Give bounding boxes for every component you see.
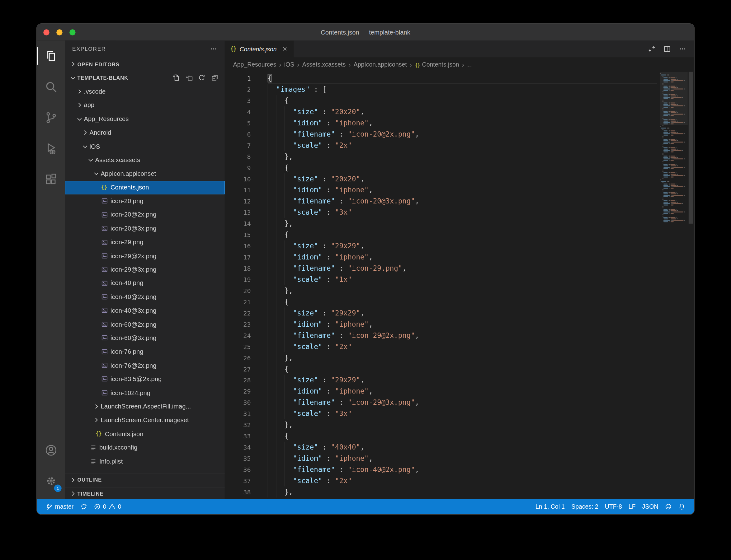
code-line-38[interactable]: 38 }, xyxy=(225,486,657,497)
tree-item-icon-29-2x-png[interactable]: icon-29@2x.png xyxy=(65,249,225,263)
code-line-17[interactable]: 17 "idiom" : "iphone", xyxy=(225,252,657,263)
tree-item-icon-40-png[interactable]: icon-40.png xyxy=(65,276,225,290)
code-line-15[interactable]: 15 { xyxy=(225,229,657,240)
more-button[interactable] xyxy=(679,45,686,53)
breadcrumb-appicon-appiconset[interactable]: AppIcon.appiconset xyxy=(354,61,407,68)
breadcrumb-ios[interactable]: iOS xyxy=(284,61,294,68)
code-line-11[interactable]: 11 "idiom" : "iphone", xyxy=(225,184,657,196)
code-line-32[interactable]: 32 }, xyxy=(225,419,657,431)
code-line-31[interactable]: 31 "scale" : "3x" xyxy=(225,408,657,419)
code-line-5[interactable]: 5 "idiom" : "iphone", xyxy=(225,117,657,128)
tree-item-app-resources[interactable]: App_Resources xyxy=(65,112,225,126)
code-line-14[interactable]: 14 }, xyxy=(225,218,657,229)
tree-item-build-xcconfig[interactable]: build.xcconfig xyxy=(65,441,225,455)
breadcrumb-app-resources[interactable]: App_Resources xyxy=(233,61,276,68)
code-line-12[interactable]: 12 "filename" : "icon-20@3x.png", xyxy=(225,196,657,207)
code-line-9[interactable]: 9 { xyxy=(225,162,657,173)
scrollbar-thumb[interactable] xyxy=(689,72,693,224)
code-line-16[interactable]: 16 "size" : "29x29", xyxy=(225,240,657,252)
code-line-26[interactable]: 26 }, xyxy=(225,352,657,363)
code-line-3[interactable]: 3 { xyxy=(225,95,657,106)
encoding-setting[interactable]: UTF-8 xyxy=(602,499,625,514)
editor-scrollbar[interactable] xyxy=(688,72,694,499)
code-line-2[interactable]: 2 "images" : [ xyxy=(225,84,657,95)
code-line-7[interactable]: 7 "scale" : "2x" xyxy=(225,140,657,151)
open-changes-button[interactable] xyxy=(648,45,656,53)
code-line-10[interactable]: 10 "size" : "20x20", xyxy=(225,173,657,184)
tree-item-icon-83-5-2x-png[interactable]: icon-83.5@2x.png xyxy=(65,372,225,386)
tree-item-contents-json[interactable]: {}Contents.json xyxy=(65,180,225,194)
new-file-button[interactable] xyxy=(172,74,180,82)
code-line-1[interactable]: 1{ xyxy=(225,73,657,84)
code-line-22[interactable]: 22 "size" : "29x29", xyxy=(225,307,657,319)
tree-item-icon-20-3x-png[interactable]: icon-20@3x.png xyxy=(65,222,225,235)
cursor-position[interactable]: Ln 1, Col 1 xyxy=(532,499,568,514)
split-editor-button[interactable] xyxy=(663,45,671,53)
tree-item-icon-20-2x-png[interactable]: icon-20@2x.png xyxy=(65,208,225,222)
activity-source-control-button[interactable] xyxy=(37,102,65,133)
breadcrumb-assets-xcassets[interactable]: Assets.xcassets xyxy=(302,61,346,68)
code-line-37[interactable]: 37 "scale" : "2x" xyxy=(225,475,657,486)
minimap[interactable] xyxy=(660,72,688,223)
outline-header[interactable]: OUTLINE xyxy=(65,473,225,487)
code-line-36[interactable]: 36 "filename" : "icon-40@2x.png", xyxy=(225,464,657,475)
tree-item-launchscreen-center-imageset[interactable]: LaunchScreen.Center.imageset xyxy=(65,413,225,427)
workspace-header[interactable]: TEMPLATE-BLANK xyxy=(65,71,225,85)
branch-indicator[interactable]: master xyxy=(42,499,77,514)
code-line-6[interactable]: 6 "filename" : "icon-20@2x.png", xyxy=(225,128,657,140)
new-folder-button[interactable] xyxy=(185,74,192,82)
eol-setting[interactable]: LF xyxy=(625,499,639,514)
tab-contents-json[interactable]: {} Contents.json xyxy=(225,40,294,57)
close-window-button[interactable] xyxy=(43,29,49,35)
breadcrumb-item[interactable]: … xyxy=(467,61,473,68)
activity-extensions-button[interactable] xyxy=(37,164,65,194)
code-line-19[interactable]: 19 "scale" : "1x" xyxy=(225,274,657,285)
code-line-30[interactable]: 30 "filename" : "icon-29@3x.png", xyxy=(225,397,657,408)
tree-item-icon-40-3x-png[interactable]: icon-40@3x.png xyxy=(65,304,225,317)
code-line-21[interactable]: 21 { xyxy=(225,296,657,307)
tree-item-icon-76-2x-png[interactable]: icon-76@2x.png xyxy=(65,358,225,372)
activity-settings-button[interactable]: 1 xyxy=(37,465,65,496)
tree-item-icon-60-2x-png[interactable]: icon-60@2x.png xyxy=(65,317,225,331)
activity-account-button[interactable] xyxy=(37,435,65,465)
code-line-28[interactable]: 28 "size" : "29x29", xyxy=(225,375,657,386)
code-line-35[interactable]: 35 "idiom" : "iphone", xyxy=(225,453,657,464)
code-line-8[interactable]: 8 }, xyxy=(225,151,657,162)
code-line-33[interactable]: 33 { xyxy=(225,431,657,442)
minimize-window-button[interactable] xyxy=(56,29,62,35)
indentation-setting[interactable]: Spaces: 2 xyxy=(568,499,602,514)
refresh-button[interactable] xyxy=(198,74,205,82)
collapse-all-button[interactable] xyxy=(211,74,218,82)
tree-item-appicon-appiconset[interactable]: AppIcon.appiconset xyxy=(65,167,225,180)
problems-indicator[interactable]: 0 0 xyxy=(90,499,124,514)
tree-item-icon-60-3x-png[interactable]: icon-60@3x.png xyxy=(65,331,225,345)
code-line-20[interactable]: 20 }, xyxy=(225,285,657,296)
titlebar[interactable]: Contents.json — template-blank xyxy=(37,24,694,40)
timeline-header[interactable]: TIMELINE xyxy=(65,487,225,499)
code-line-4[interactable]: 4 "size" : "20x20", xyxy=(225,106,657,117)
tree-item-vscode[interactable]: .vscode xyxy=(65,85,225,98)
open-editors-header[interactable]: OPEN EDITORS xyxy=(65,57,225,71)
tree-item-icon-29-png[interactable]: icon-29.png xyxy=(65,235,225,249)
tree-item-launchscreen-aspectfill-imag[interactable]: LaunchScreen.AspectFill.imag... xyxy=(65,400,225,413)
zoom-window-button[interactable] xyxy=(69,29,75,35)
code-line-25[interactable]: 25 "scale" : "2x" xyxy=(225,341,657,352)
activity-run-debug-button[interactable] xyxy=(37,133,65,164)
tree-item-icon-40-2x-png[interactable]: icon-40@2x.png xyxy=(65,290,225,304)
tree-item-app[interactable]: app xyxy=(65,98,225,112)
tree-item-android[interactable]: Android xyxy=(65,126,225,139)
code-line-13[interactable]: 13 "scale" : "3x" xyxy=(225,207,657,218)
code-line-24[interactable]: 24 "filename" : "icon-29@2x.png", xyxy=(225,330,657,341)
code-line-23[interactable]: 23 "idiom" : "iphone", xyxy=(225,319,657,330)
tree-item-info-plist[interactable]: Info.plist xyxy=(65,455,225,468)
activity-search-button[interactable] xyxy=(37,71,65,102)
feedback-button[interactable] xyxy=(662,499,675,514)
language-mode[interactable]: JSON xyxy=(639,499,662,514)
activity-explorer-button[interactable] xyxy=(37,40,65,71)
close-tab-icon[interactable] xyxy=(282,46,288,52)
tree-item-ios[interactable]: iOS xyxy=(65,139,225,153)
explorer-more-actions-icon[interactable] xyxy=(210,45,217,53)
tree-item-assets-xcassets[interactable]: Assets.xcassets xyxy=(65,153,225,167)
sync-button[interactable] xyxy=(77,499,90,514)
tree-item-contents-json[interactable]: {}Contents.json xyxy=(65,427,225,441)
